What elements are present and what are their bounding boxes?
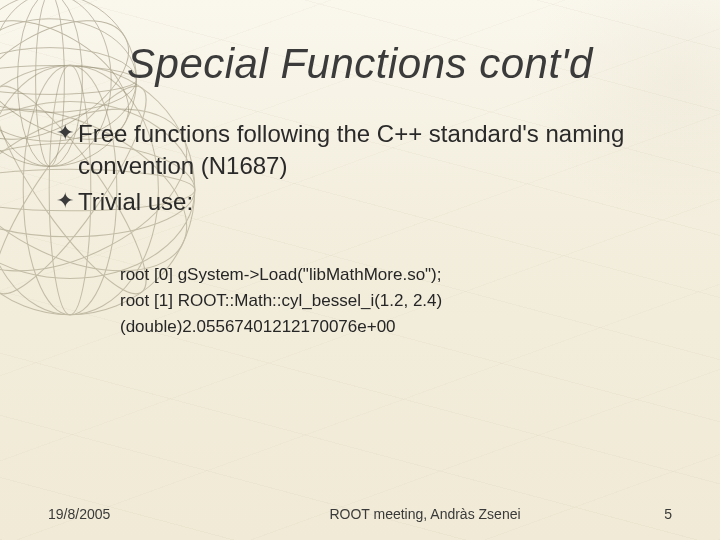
footer-center: ROOT meeting, Andràs Zsenei (238, 506, 612, 522)
bullet-star-icon: ✦ (56, 118, 78, 148)
code-line: root [1] ROOT::Math::cyl_bessel_i(1.2, 2… (120, 288, 672, 314)
slide-title: Special Functions cont'd (48, 40, 672, 88)
bullet-item: ✦ Free functions following the C++ stand… (56, 118, 672, 182)
bullet-item: ✦ Trivial use: (56, 186, 672, 218)
bullet-text: Trivial use: (78, 186, 193, 218)
code-block: root [0] gSystem->Load("libMathMore.so")… (120, 262, 672, 340)
bullet-list: ✦ Free functions following the C++ stand… (48, 118, 672, 222)
code-line: root [0] gSystem->Load("libMathMore.so")… (120, 262, 672, 288)
footer-page-number: 5 (612, 506, 672, 522)
bullet-star-icon: ✦ (56, 186, 78, 216)
slide-footer: 19/8/2005 ROOT meeting, Andràs Zsenei 5 (0, 506, 720, 522)
code-line: (double)2.05567401212170076e+00 (120, 314, 672, 340)
slide-body: Special Functions cont'd ✦ Free function… (0, 0, 720, 540)
footer-date: 19/8/2005 (48, 506, 238, 522)
bullet-text: Free functions following the C++ standar… (78, 118, 672, 182)
